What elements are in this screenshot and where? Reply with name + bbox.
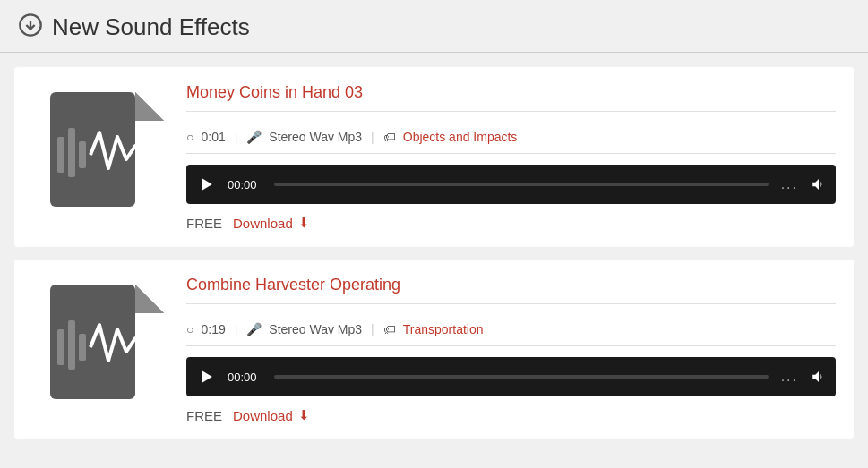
svg-rect-5 (57, 137, 64, 173)
play-button-2[interactable] (195, 365, 219, 388)
play-button-1[interactable] (195, 173, 219, 196)
download-icon-2: ⬇ (298, 407, 310, 423)
page-header: New Sound Effects (0, 0, 868, 52)
clock-icon-2: ○ (186, 322, 193, 336)
download-icon-1: ⬇ (298, 215, 310, 231)
svg-rect-13 (68, 320, 75, 370)
volume-button-2[interactable] (811, 369, 827, 385)
svg-rect-6 (68, 128, 75, 177)
page-title: New Sound Effects (52, 13, 250, 41)
price-label-1: FREE (186, 216, 222, 231)
separator-4: | (371, 322, 374, 336)
mic-icon-2: 🎤 (246, 322, 262, 336)
tag-icon-1: 🏷 (383, 130, 396, 144)
audio-player-2: 00:00 ... (186, 357, 836, 396)
sound-thumbnail-1 (32, 83, 165, 216)
sounds-list: Money Coins in Hand 03 ○ 0:01 | 🎤 Stereo… (0, 67, 868, 439)
clock-icon-1: ○ (186, 130, 193, 144)
sound-card-2: Combine Harvester Operating ○ 0:19 | 🎤 S… (14, 260, 854, 439)
sound-info-2: Combine Harvester Operating ○ 0:19 | 🎤 S… (186, 276, 836, 423)
category-link-2[interactable]: Transportation (403, 322, 484, 336)
separator-2: | (371, 130, 374, 144)
header-divider (0, 52, 868, 53)
sound-title-1[interactable]: Money Coins in Hand 03 (186, 83, 836, 112)
category-link-1[interactable]: Objects and Impacts (403, 130, 518, 144)
sound-card-1: Money Coins in Hand 03 ○ 0:01 | 🎤 Stereo… (14, 67, 854, 247)
download-row-1: FREE Download ⬇ (186, 215, 836, 231)
progress-bar-2[interactable] (274, 375, 769, 379)
progress-bar-1[interactable] (274, 183, 769, 186)
separator-1: | (235, 130, 238, 144)
download-link-1[interactable]: Download ⬇ (233, 215, 310, 231)
time-display-2: 00:00 (228, 370, 265, 384)
download-label-2: Download (233, 408, 293, 423)
format-2: Stereo Wav Mp3 (269, 322, 362, 336)
separator-3: | (235, 322, 238, 336)
sound-meta-2: ○ 0:19 | 🎤 Stereo Wav Mp3 | 🏷 Transporta… (186, 313, 836, 346)
sound-meta-1: ○ 0:01 | 🎤 Stereo Wav Mp3 | 🏷 Objects an… (186, 121, 836, 154)
duration-2: 0:19 (201, 322, 225, 336)
volume-button-1[interactable] (811, 176, 827, 192)
tag-icon-2: 🏷 (383, 322, 396, 336)
sound-info-1: Money Coins in Hand 03 ○ 0:01 | 🎤 Stereo… (186, 83, 836, 231)
download-label-1: Download (233, 216, 293, 231)
download-link-2[interactable]: Download ⬇ (233, 407, 310, 423)
svg-rect-7 (79, 141, 86, 168)
audio-player-1: 00:00 ... (186, 165, 836, 204)
svg-marker-4 (135, 92, 164, 121)
svg-marker-8 (202, 178, 212, 191)
price-label-2: FREE (186, 408, 222, 423)
mic-icon-1: 🎤 (246, 130, 262, 144)
more-options-2[interactable]: ... (778, 369, 802, 385)
svg-rect-12 (57, 329, 64, 365)
svg-rect-14 (79, 334, 86, 361)
duration-1: 0:01 (201, 130, 225, 144)
svg-marker-15 (202, 370, 212, 383)
time-display-1: 00:00 (228, 178, 265, 191)
download-row-2: FREE Download ⬇ (186, 407, 836, 423)
svg-marker-11 (135, 285, 164, 313)
sound-title-2[interactable]: Combine Harvester Operating (186, 276, 836, 304)
sound-thumbnail-2 (32, 276, 165, 408)
format-1: Stereo Wav Mp3 (269, 130, 362, 144)
more-options-1[interactable]: ... (778, 176, 802, 192)
download-circle-icon (18, 13, 43, 41)
